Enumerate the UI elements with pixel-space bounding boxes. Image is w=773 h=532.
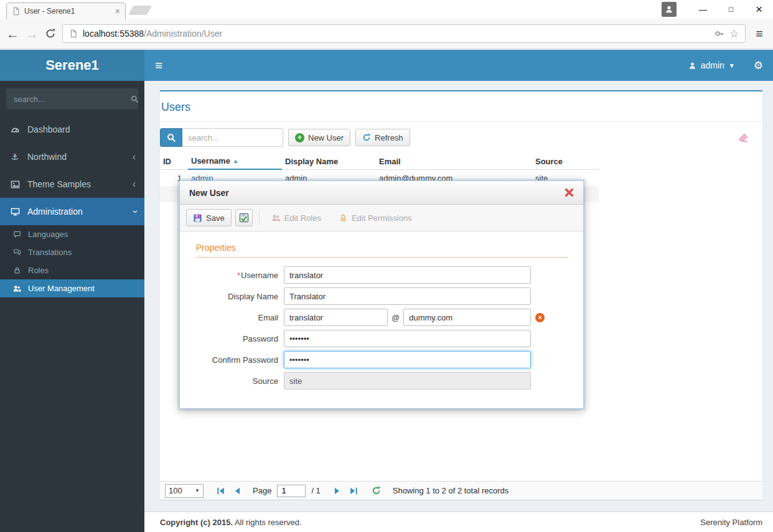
- search-icon: [167, 133, 176, 142]
- new-tab-button[interactable]: [128, 6, 152, 15]
- column-header-email[interactable]: Email: [376, 153, 532, 170]
- form-row-source: Source: [195, 372, 568, 390]
- pager-status: Showing 1 to 2 of 2 total records: [393, 486, 508, 495]
- profile-button[interactable]: [662, 2, 677, 17]
- browser-menu-icon[interactable]: ≡: [752, 27, 767, 40]
- sidebar-item-label: Dashboard: [27, 124, 70, 134]
- grid-search-button[interactable]: [160, 128, 182, 147]
- required-mark: *: [237, 271, 240, 280]
- bookmark-star-icon[interactable]: ☆: [729, 29, 739, 39]
- sidebar-search-button[interactable]: [131, 88, 138, 110]
- settings-gears-icon[interactable]: ⚙: [744, 50, 773, 81]
- username-label: *Username: [195, 271, 284, 280]
- platform-label: Serenity Platform: [700, 518, 762, 527]
- toolbar-separator: [259, 211, 260, 225]
- refresh-icon: [362, 133, 371, 142]
- chevron-left-icon: ‹: [133, 179, 136, 189]
- next-page-button[interactable]: [330, 484, 344, 498]
- new-user-button[interactable]: + New User: [288, 129, 350, 146]
- window-close-button[interactable]: ×: [745, 0, 773, 19]
- email-domain-field[interactable]: [403, 309, 531, 326]
- brand-logo[interactable]: Serene1: [0, 50, 144, 81]
- browser-tab[interactable]: User - Serene1 ×: [6, 2, 126, 19]
- page-favicon-icon: [12, 7, 21, 16]
- top-navbar: Serene1 ≡ admin ▼ ⚙: [0, 50, 773, 81]
- url-text: localhost:55388/Administration/User: [83, 29, 222, 39]
- sidebar-toggle-icon[interactable]: ≡: [144, 50, 173, 81]
- save-button[interactable]: Save: [186, 209, 232, 226]
- window-minimize-button[interactable]: —: [689, 0, 717, 19]
- chevron-left-icon: ‹: [133, 152, 136, 162]
- sidebar-item-label: User Management: [28, 284, 95, 293]
- save-and-close-button[interactable]: [235, 209, 253, 226]
- eraser-icon[interactable]: [738, 133, 749, 143]
- permissions-lock-icon: [339, 213, 348, 223]
- source-field[interactable]: [284, 372, 531, 390]
- sidebar-item-roles[interactable]: Roles: [0, 261, 144, 279]
- pager-refresh-icon[interactable]: [370, 484, 383, 498]
- column-header-display-name[interactable]: Display Name: [282, 153, 376, 170]
- sidebar-item-administration[interactable]: Administration ‹: [0, 198, 144, 225]
- sidebar-item-label: Northwind: [27, 152, 67, 162]
- confirm-password-label: Confirm Password: [195, 355, 284, 365]
- previous-page-button[interactable]: [231, 484, 245, 498]
- dialog-header[interactable]: New User: [180, 181, 583, 205]
- email-at-separator: @: [391, 313, 400, 322]
- display-name-field[interactable]: [284, 287, 531, 305]
- back-icon[interactable]: ←: [6, 27, 19, 40]
- comment-icon: [11, 230, 22, 238]
- caret-down-icon: ▼: [729, 62, 735, 69]
- sidebar-item-northwind[interactable]: ⚓ Northwind ‹: [0, 143, 144, 170]
- form-row-confirm-password: Confirm Password: [195, 351, 568, 368]
- sidebar-item-theme-samples[interactable]: Theme Samples ‹: [0, 170, 144, 198]
- user-menu-label: admin: [701, 60, 724, 70]
- first-page-button[interactable]: [214, 484, 228, 498]
- display-name-label: Display Name: [195, 292, 284, 301]
- dialog-body: Properties *Username Display Name Email …: [180, 231, 583, 408]
- form-row-password: Password: [195, 330, 568, 347]
- tab-close-icon[interactable]: ×: [115, 7, 120, 16]
- save-check-icon: [239, 213, 249, 223]
- sort-ascending-icon: ▲: [233, 158, 238, 164]
- anchor-icon: ⚓: [9, 152, 21, 162]
- user-menu[interactable]: admin ▼: [680, 50, 744, 81]
- roles-users-icon: [271, 213, 281, 223]
- column-header-username[interactable]: Username ▲: [188, 153, 282, 170]
- email-user-field[interactable]: [284, 309, 388, 326]
- page-number-input[interactable]: [277, 485, 306, 497]
- dialog-toolbar: Save Edit Roles Edit Permissions: [180, 205, 583, 231]
- grid-toolbar: + New User Refresh: [160, 128, 762, 147]
- browser-toolbar: ← → localhost:55388/Administration/User …: [0, 19, 773, 49]
- address-bar[interactable]: localhost:55388/Administration/User ☆: [62, 24, 746, 43]
- column-header-source[interactable]: Source: [532, 153, 599, 170]
- page-label: Page: [253, 486, 271, 495]
- refresh-button[interactable]: Refresh: [355, 129, 410, 146]
- dialog-close-icon[interactable]: [565, 188, 574, 197]
- theme-photo-icon: [9, 180, 21, 189]
- category-title: Properties: [195, 240, 568, 258]
- sidebar-item-languages[interactable]: Languages: [0, 225, 144, 243]
- grid-search-input[interactable]: [182, 128, 283, 147]
- email-error-icon[interactable]: ×: [535, 313, 545, 322]
- sidebar-item-dashboard[interactable]: Dashboard: [0, 116, 144, 143]
- sidebar-search-input[interactable]: [6, 88, 131, 110]
- window-maximize-button[interactable]: □: [717, 0, 745, 19]
- sidebar-item-translations[interactable]: Translations: [0, 243, 144, 261]
- confirm-password-field[interactable]: [284, 351, 531, 368]
- key-icon[interactable]: [714, 29, 724, 39]
- dashboard-icon: [9, 125, 21, 134]
- last-page-button[interactable]: [347, 484, 360, 498]
- users-icon: [11, 284, 22, 293]
- username-field[interactable]: [284, 266, 531, 284]
- tab-title: User - Serene1: [24, 7, 111, 16]
- sidebar-item-user-management[interactable]: User Management: [0, 279, 144, 297]
- password-field[interactable]: [284, 330, 531, 347]
- source-label: Source: [195, 376, 284, 386]
- page-size-select[interactable]: 100 ▼: [165, 484, 204, 498]
- column-header-id[interactable]: ID: [160, 153, 188, 170]
- desktop-icon: [9, 207, 21, 217]
- total-pages-label: / 1: [311, 486, 320, 495]
- sidebar-item-label: Administration: [27, 207, 83, 217]
- footer: Copyright (c) 2015. All rights reserved.…: [144, 511, 773, 532]
- reload-icon[interactable]: [45, 28, 56, 39]
